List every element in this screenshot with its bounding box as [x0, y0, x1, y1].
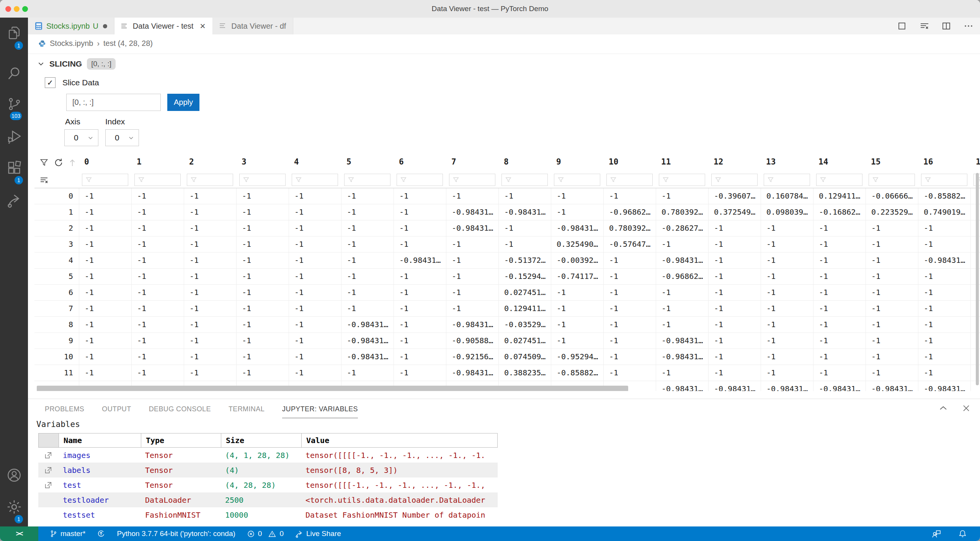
grid-cell: -1: [761, 317, 813, 332]
column-header[interactable]: 8: [498, 153, 551, 172]
column-filter: [708, 172, 761, 188]
feedback-icon[interactable]: [931, 529, 941, 538]
close-tab-icon[interactable]: ✕: [199, 22, 206, 31]
more-actions-icon[interactable]: [964, 21, 973, 31]
column-header[interactable]: 3: [236, 153, 289, 172]
grid-cell: -1: [289, 365, 341, 381]
clear-filters-icon[interactable]: [34, 172, 79, 188]
column-header[interactable]: 6: [394, 153, 446, 172]
tab-output[interactable]: OUTPUT: [102, 405, 131, 418]
slicing-section-header[interactable]: SLICING [0, :, :]: [38, 58, 116, 70]
column-filter-input[interactable]: [659, 174, 705, 186]
grid-cell: -1: [603, 269, 656, 284]
axis-select[interactable]: 0: [64, 129, 98, 146]
grid-cell: -1: [236, 301, 289, 316]
sidebar-item-live-share[interactable]: [0, 193, 28, 208]
sidebar-item-explorer[interactable]: 1: [0, 25, 28, 41]
open-changes-icon[interactable]: [897, 21, 906, 31]
grid-cell: -0.98431…: [446, 220, 498, 236]
column-filter-input[interactable]: [134, 174, 181, 186]
column-filter-input[interactable]: [869, 174, 915, 186]
column-header[interactable]: 2: [184, 153, 236, 172]
column-filter-input[interactable]: [344, 174, 390, 186]
column-header[interactable]: 1: [131, 153, 184, 172]
remote-indicator[interactable]: ><: [0, 526, 38, 541]
split-editor-icon[interactable]: [942, 21, 951, 31]
column-filter-input[interactable]: [501, 174, 548, 186]
tab-terminal[interactable]: TERMINAL: [229, 405, 265, 418]
extensions-badge: 1: [15, 176, 23, 184]
variable-row[interactable]: labelsTensor(4)tensor([8, 8, 5, 3]): [38, 463, 498, 477]
column-header[interactable]: 7: [446, 153, 498, 172]
column-header[interactable]: 15: [866, 153, 918, 172]
column-filter-input[interactable]: [606, 174, 653, 186]
breadcrumb-file[interactable]: Stocks.ipynb: [50, 39, 93, 48]
grid-cell: -1: [551, 188, 603, 204]
variable-row[interactable]: testloaderDataLoader2500<torch.utils.dat…: [38, 492, 498, 507]
column-filter-input[interactable]: [921, 174, 967, 186]
column-filter-input[interactable]: [187, 174, 233, 186]
column-header[interactable]: 14: [813, 153, 866, 172]
sidebar-item-settings[interactable]: 1: [0, 499, 28, 515]
column-header[interactable]: 11: [656, 153, 708, 172]
column-header[interactable]: 0: [79, 153, 131, 172]
maximize-panel-icon[interactable]: [939, 404, 948, 413]
sidebar-item-extensions[interactable]: 1: [0, 161, 28, 176]
variable-row[interactable]: imagesTensor(4, 1, 28, 28)tensor([[[[-1.…: [38, 448, 498, 463]
slice-expression-input[interactable]: [66, 94, 161, 111]
breadcrumb-item[interactable]: test (4, 28, 28): [103, 39, 153, 48]
close-panel-icon[interactable]: [962, 404, 971, 413]
column-filter-input[interactable]: [449, 174, 495, 186]
tab-debug-console[interactable]: DEBUG CONSOLE: [149, 405, 211, 418]
column-header[interactable]: 10: [603, 153, 656, 172]
sidebar-item-source-control[interactable]: 103: [0, 96, 28, 112]
publish-changes-button[interactable]: [97, 530, 105, 538]
column-filter-input[interactable]: [82, 174, 128, 186]
sort-up-icon[interactable]: [69, 158, 76, 167]
column-header[interactable]: 12: [708, 153, 761, 172]
column-filter-input[interactable]: [292, 174, 338, 186]
grid-cell: -1: [761, 285, 813, 300]
grid-cell: -1: [918, 301, 970, 316]
column-filter-input[interactable]: [711, 174, 758, 186]
tab-problems[interactable]: PROBLEMS: [45, 405, 84, 418]
horizontal-scrollbar[interactable]: [37, 386, 628, 391]
grid-cell: -1: [184, 333, 236, 349]
column-header[interactable]: 4: [289, 153, 341, 172]
clear-list-icon[interactable]: [920, 21, 929, 31]
vertical-scrollbar[interactable]: [976, 173, 979, 385]
tab-jupyter-variables[interactable]: JUPYTER: VARIABLES: [282, 405, 358, 418]
open-variable-icon[interactable]: [38, 481, 58, 489]
column-header[interactable]: 5: [341, 153, 394, 172]
slice-data-checkbox[interactable]: ✓: [45, 77, 56, 88]
open-variable-icon[interactable]: [38, 466, 58, 474]
tab-data-viewer-df[interactable]: Data Viewer - df: [213, 18, 293, 34]
index-select[interactable]: 0: [105, 129, 139, 146]
variable-row[interactable]: testTensor(4, 28, 28)tensor([[[-1., -1.,…: [38, 477, 498, 492]
column-filter-input[interactable]: [764, 174, 810, 186]
column-header[interactable]: 17: [970, 153, 980, 172]
column-header[interactable]: 13: [761, 153, 813, 172]
variable-name: images: [58, 451, 140, 460]
sidebar-item-account[interactable]: [0, 467, 28, 483]
tab-stocks-ipynb[interactable]: Stocks.ipynb U: [28, 18, 114, 34]
column-header[interactable]: 16: [918, 153, 970, 172]
column-filter-input[interactable]: [554, 174, 600, 186]
filter-icon[interactable]: [39, 158, 49, 167]
column-filter-input[interactable]: [816, 174, 862, 186]
column-filter-input[interactable]: [397, 174, 443, 186]
column-header[interactable]: 9: [551, 153, 603, 172]
sidebar-item-search[interactable]: [0, 66, 28, 81]
variable-row[interactable]: testsetFashionMNIST10000Dataset FashionM…: [38, 507, 498, 522]
column-filter-input[interactable]: [239, 174, 286, 186]
python-interpreter-status[interactable]: Python 3.7.7 64-bit ('pytorch': conda): [117, 530, 235, 538]
sidebar-item-run-debug[interactable]: [0, 129, 28, 144]
open-variable-icon[interactable]: [38, 451, 58, 460]
apply-button[interactable]: Apply: [167, 94, 199, 111]
bell-icon[interactable]: [958, 529, 967, 538]
refresh-icon[interactable]: [54, 158, 64, 168]
tab-data-viewer-test[interactable]: Data Viewer - test ✕: [114, 18, 213, 35]
git-branch-status[interactable]: master*: [50, 530, 85, 538]
problems-status[interactable]: 0 0: [247, 530, 284, 538]
live-share-status[interactable]: Live Share: [295, 530, 341, 538]
